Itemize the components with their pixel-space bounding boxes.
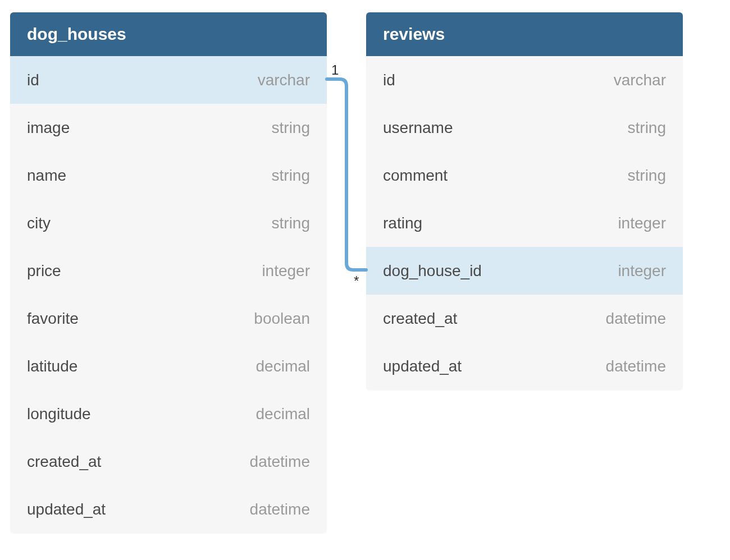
column-type: string	[628, 119, 666, 137]
column-name: rating	[383, 214, 422, 232]
column-type: string	[272, 214, 310, 232]
column-row[interactable]: namestring	[10, 152, 327, 199]
column-row[interactable]: imagestring	[10, 104, 327, 152]
column-row[interactable]: latitudedecimal	[10, 342, 327, 390]
column-name: created_at	[383, 310, 457, 328]
column-type: integer	[618, 262, 666, 280]
column-type: datetime	[250, 453, 310, 471]
column-name: created_at	[27, 453, 101, 471]
column-row[interactable]: citystring	[10, 199, 327, 247]
column-type: datetime	[606, 357, 666, 375]
table-title: reviews	[383, 25, 445, 43]
table-title: dog_houses	[27, 25, 126, 43]
column-name: longitude	[27, 405, 91, 423]
table-dog-houses[interactable]: dog_houses idvarcharimagestringnamestrin…	[10, 12, 327, 533]
table-header-dog-houses: dog_houses	[10, 12, 327, 56]
column-row[interactable]: priceinteger	[10, 247, 327, 295]
column-name: latitude	[27, 357, 77, 375]
column-name: name	[27, 167, 66, 185]
column-type: varchar	[258, 71, 310, 89]
column-row[interactable]: longitudedecimal	[10, 390, 327, 438]
column-name: id	[27, 71, 39, 89]
column-row[interactable]: updated_atdatetime	[10, 485, 327, 533]
column-name: comment	[383, 167, 448, 185]
column-row[interactable]: ratinginteger	[366, 199, 683, 247]
column-name: id	[383, 71, 395, 89]
table-reviews[interactable]: reviews idvarcharusernamestringcommentst…	[366, 12, 683, 390]
column-row[interactable]: usernamestring	[366, 104, 683, 152]
cardinality-label-one: 1	[331, 62, 339, 78]
column-name: city	[27, 214, 51, 232]
column-type: integer	[262, 262, 310, 280]
column-row[interactable]: idvarchar	[10, 56, 327, 104]
column-name: dog_house_id	[383, 262, 482, 280]
column-name: updated_at	[383, 357, 462, 375]
column-row[interactable]: updated_atdatetime	[366, 342, 683, 390]
cardinality-label-many: *	[354, 273, 359, 289]
column-type: varchar	[614, 71, 666, 89]
column-row[interactable]: idvarchar	[366, 56, 683, 104]
table-header-reviews: reviews	[366, 12, 683, 56]
column-name: username	[383, 119, 453, 137]
column-row[interactable]: commentstring	[366, 152, 683, 199]
column-row[interactable]: created_atdatetime	[10, 438, 327, 485]
erd-canvas: dog_houses idvarcharimagestringnamestrin…	[0, 0, 730, 560]
column-type: string	[272, 167, 310, 185]
table-rows-dog-houses: idvarcharimagestringnamestringcitystring…	[10, 56, 327, 533]
column-type: string	[272, 119, 310, 137]
column-type: decimal	[256, 357, 310, 375]
column-row[interactable]: favoriteboolean	[10, 295, 327, 342]
table-rows-reviews: idvarcharusernamestringcommentstringrati…	[366, 56, 683, 390]
column-type: boolean	[254, 310, 310, 328]
column-type: decimal	[256, 405, 310, 423]
column-row[interactable]: dog_house_idinteger	[366, 247, 683, 295]
column-type: datetime	[606, 310, 666, 328]
column-name: price	[27, 262, 61, 280]
column-name: updated_at	[27, 501, 106, 518]
column-row[interactable]: created_atdatetime	[366, 295, 683, 342]
column-name: image	[27, 119, 70, 137]
column-type: string	[628, 167, 666, 185]
column-name: favorite	[27, 310, 79, 328]
column-type: integer	[618, 214, 666, 232]
column-type: datetime	[250, 501, 310, 518]
